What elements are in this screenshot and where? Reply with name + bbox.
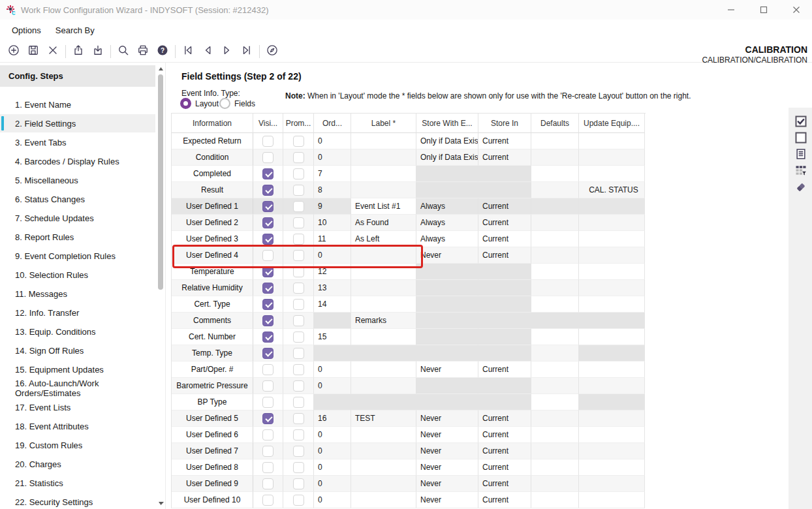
cell-visible[interactable] xyxy=(253,329,283,345)
cell-ord[interactable]: 13 xyxy=(314,280,351,296)
cell-prompt[interactable] xyxy=(283,182,314,198)
column-header-4[interactable]: Ord... xyxy=(314,114,351,133)
cell-store_with[interactable]: Only if Data Exist xyxy=(416,133,478,149)
sidebar-item-21[interactable]: 21. Statistics xyxy=(0,474,155,492)
right-toolbar-grid-filter-button[interactable] xyxy=(794,164,808,178)
prompt-checkbox[interactable] xyxy=(293,266,304,277)
prompt-checkbox[interactable] xyxy=(293,217,304,228)
right-toolbar-document-list-button[interactable] xyxy=(794,147,808,162)
cell-ord[interactable]: 0 xyxy=(314,362,351,378)
sidebar-item-19[interactable]: 19. Custom Rules xyxy=(0,436,155,454)
toolbar-add-button[interactable] xyxy=(4,42,23,61)
cell-update_equip[interactable] xyxy=(579,345,645,362)
cell-defaults[interactable] xyxy=(531,378,579,394)
prompt-checkbox[interactable] xyxy=(293,201,304,212)
cell-defaults[interactable] xyxy=(531,362,579,378)
sidebar-item-20[interactable]: 20. Charges xyxy=(0,455,155,473)
cell-information[interactable]: Temp. Type xyxy=(172,345,253,362)
cell-store_in[interactable]: Current xyxy=(478,443,531,459)
visible-checkbox[interactable] xyxy=(262,136,273,147)
column-header-7[interactable]: Store In xyxy=(478,114,531,133)
cell-label[interactable] xyxy=(351,182,416,198)
cell-prompt[interactable] xyxy=(283,149,314,166)
prompt-checkbox[interactable] xyxy=(293,348,304,359)
cell-ord[interactable]: 0 xyxy=(314,133,351,149)
cell-store_in[interactable] xyxy=(478,182,531,198)
visible-checkbox-checked[interactable] xyxy=(262,266,273,277)
cell-prompt[interactable] xyxy=(283,329,314,345)
cell-prompt[interactable] xyxy=(283,313,314,329)
right-toolbar-eraser-button[interactable] xyxy=(794,181,808,195)
cell-label[interactable] xyxy=(351,492,416,508)
cell-store_in[interactable]: Current xyxy=(478,198,531,215)
cell-information[interactable]: User Defined 4 xyxy=(172,247,253,264)
scroll-down-icon[interactable] xyxy=(157,500,164,506)
cell-prompt[interactable] xyxy=(283,394,314,410)
cell-update_equip[interactable] xyxy=(579,394,645,410)
visible-checkbox[interactable] xyxy=(262,462,273,473)
cell-store_in[interactable] xyxy=(478,166,531,182)
cell-defaults[interactable] xyxy=(531,476,579,492)
toolbar-previous-button[interactable] xyxy=(198,42,217,61)
cell-visible[interactable] xyxy=(253,182,283,198)
visible-checkbox-checked[interactable] xyxy=(262,315,273,326)
menu-search-by[interactable]: Search By xyxy=(55,25,95,35)
cell-information[interactable]: User Defined 5 xyxy=(172,410,253,427)
cell-label[interactable] xyxy=(351,133,416,149)
cell-information[interactable]: Expected Return xyxy=(172,133,253,149)
visible-checkbox[interactable] xyxy=(262,380,273,392)
cell-label[interactable] xyxy=(351,427,416,443)
cell-visible[interactable] xyxy=(253,427,283,443)
cell-prompt[interactable] xyxy=(283,345,314,362)
cell-ord[interactable]: 16 xyxy=(314,410,351,427)
toolbar-print-button[interactable] xyxy=(133,42,153,61)
cell-defaults[interactable] xyxy=(531,443,579,459)
cell-visible[interactable] xyxy=(253,410,283,427)
cell-defaults[interactable] xyxy=(531,149,579,166)
cell-defaults[interactable] xyxy=(531,313,579,329)
cell-store_with[interactable] xyxy=(416,394,478,410)
cell-visible[interactable] xyxy=(253,378,283,394)
cell-label[interactable] xyxy=(351,149,416,166)
toolbar-compass-button[interactable] xyxy=(262,42,282,61)
cell-defaults[interactable] xyxy=(531,231,579,247)
cell-ord[interactable]: 15 xyxy=(314,329,351,345)
cell-visible[interactable] xyxy=(253,166,283,182)
cell-defaults[interactable] xyxy=(531,296,579,313)
cell-store_in[interactable] xyxy=(478,394,531,410)
prompt-checkbox[interactable] xyxy=(293,364,304,375)
cell-update_equip[interactable] xyxy=(579,215,645,231)
cell-update_equip[interactable] xyxy=(579,410,645,427)
sidebar-item-10[interactable]: 10. Selection Rules xyxy=(0,266,155,284)
visible-checkbox[interactable] xyxy=(262,152,273,163)
cell-store_in[interactable] xyxy=(478,329,531,345)
sidebar-item-4[interactable]: 4. Barcodes / Display Rules xyxy=(0,152,155,170)
cell-information[interactable]: Relative Humidity xyxy=(172,280,253,296)
cell-visible[interactable] xyxy=(253,313,283,329)
cell-label[interactable] xyxy=(351,476,416,492)
cell-store_in[interactable]: Current xyxy=(478,492,531,508)
cell-prompt[interactable] xyxy=(283,427,314,443)
cell-information[interactable]: Result xyxy=(172,182,253,198)
column-header-5[interactable]: Label * xyxy=(351,114,416,133)
right-toolbar-select-checked-button[interactable] xyxy=(794,115,808,129)
cell-store_with[interactable]: Never xyxy=(416,492,478,508)
cell-update_equip[interactable]: CAL. STATUS xyxy=(579,182,645,198)
cell-store_with[interactable] xyxy=(416,378,478,394)
cell-information[interactable]: User Defined 3 xyxy=(172,231,253,247)
visible-checkbox[interactable] xyxy=(262,397,273,408)
cell-store_with[interactable] xyxy=(416,280,478,296)
sidebar-item-2[interactable]: 2. Field Settings xyxy=(0,114,155,132)
cell-store_with[interactable] xyxy=(416,313,478,329)
sidebar-item-7[interactable]: 7. Schedule Updates xyxy=(0,209,155,227)
cell-update_equip[interactable] xyxy=(579,296,645,313)
cell-store_in[interactable] xyxy=(478,378,531,394)
visible-checkbox[interactable] xyxy=(262,364,273,375)
sidebar-item-15[interactable]: 15. Equipment Updates xyxy=(0,360,155,378)
column-header-8[interactable]: Defaults xyxy=(531,114,579,133)
cell-store_with[interactable] xyxy=(416,329,478,345)
prompt-checkbox[interactable] xyxy=(293,446,304,457)
cell-visible[interactable] xyxy=(253,231,283,247)
scroll-up-icon[interactable] xyxy=(157,65,164,72)
cell-visible[interactable] xyxy=(253,459,283,476)
